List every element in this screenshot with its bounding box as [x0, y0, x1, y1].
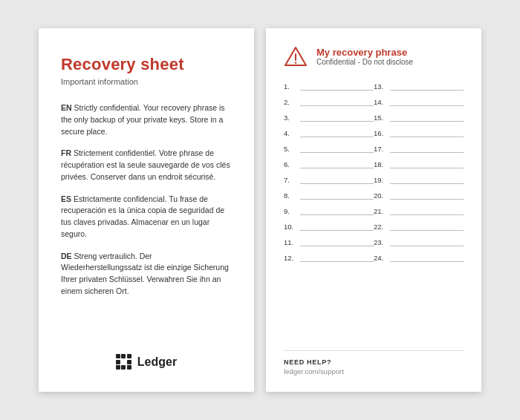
word-line: [300, 160, 374, 168]
lang-code-fr: FR: [61, 148, 71, 157]
word-number: 8.: [284, 191, 299, 200]
word-line: [300, 113, 374, 122]
lang-code-en: EN: [61, 103, 72, 112]
word-number: 4.: [284, 129, 299, 137]
word-number: 12.: [284, 254, 299, 262]
word-number: 19.: [374, 176, 389, 184]
logo-cell: [121, 354, 126, 358]
word-number: 3.: [284, 114, 299, 122]
word-item: 19.: [374, 175, 464, 186]
word-line: [390, 113, 464, 122]
word-line: [390, 206, 464, 215]
word-item: 20.: [374, 191, 464, 201]
word-number: 16.: [374, 129, 389, 137]
word-number: 17.: [374, 145, 389, 153]
word-number: 6.: [284, 160, 299, 168]
important-info-label: Important information: [61, 77, 232, 86]
word-number: 9.: [284, 207, 299, 215]
word-number: 11.: [284, 238, 299, 246]
word-number: 21.: [374, 207, 389, 215]
word-item: 24.: [374, 253, 464, 263]
word-line: [390, 128, 464, 137]
recovery-sheet-title: Recovery sheet: [61, 55, 232, 74]
word-item: 7.: [284, 175, 374, 186]
word-item: 11.: [284, 237, 374, 248]
left-page: Recovery sheet Important information EN …: [39, 28, 254, 392]
word-number: 10.: [284, 223, 299, 231]
logo-cell: [127, 354, 131, 358]
ledger-brand: Ledger: [61, 354, 232, 370]
word-line: [300, 222, 374, 231]
word-column-left: 1. 2. 3. 4. 5.: [284, 82, 374, 340]
logo-cell: [116, 354, 120, 358]
logo-cell: [116, 360, 120, 364]
logo-cell: [121, 360, 126, 364]
lang-text-de: Streng vertraulich. Der Wiederherstellun…: [61, 252, 229, 295]
lang-text-en: Strictly confidential. Your recovery phr…: [61, 103, 225, 136]
lang-block-es: ES Estrictamente confidencial. Tu frase …: [61, 194, 232, 240]
word-item: 18.: [374, 160, 464, 170]
ledger-name-label: Ledger: [137, 355, 177, 369]
word-line: [300, 253, 374, 262]
word-item: 10.: [284, 222, 374, 232]
word-item: 12.: [284, 253, 374, 263]
word-number: 15.: [374, 114, 389, 122]
svg-point-2: [295, 62, 296, 63]
word-line: [300, 175, 374, 184]
word-line: [300, 237, 374, 246]
warning-icon: [284, 45, 308, 68]
word-item: 3.: [284, 113, 374, 123]
word-line: [300, 97, 374, 106]
word-item: 8.: [284, 191, 374, 201]
word-line: [300, 128, 374, 137]
word-item: 6.: [284, 160, 374, 170]
word-number: 23.: [374, 238, 389, 246]
word-item: 16.: [374, 128, 464, 139]
lang-block-fr: FR Strictement confidentiel. Votre phras…: [61, 148, 232, 183]
word-line: [390, 191, 464, 200]
word-item: 23.: [374, 237, 464, 248]
right-page: My recovery phrase Confidential - Do not…: [266, 28, 481, 392]
right-header-text: My recovery phrase Confidential - Do not…: [316, 47, 413, 66]
need-help-label: NEED HELP?: [284, 358, 464, 366]
word-line: [300, 144, 374, 153]
word-number: 20.: [374, 191, 389, 200]
word-number: 5.: [284, 145, 299, 153]
word-item: 17.: [374, 144, 464, 154]
word-number: 7.: [284, 176, 299, 184]
confidential-text: Confidential - Do not disclose: [316, 58, 413, 66]
lang-code-es: ES: [61, 194, 71, 203]
word-item: 5.: [284, 144, 374, 154]
logo-cell: [121, 365, 126, 370]
right-footer: NEED HELP? ledger.com/support: [284, 350, 464, 375]
logo-cell: [127, 365, 131, 370]
word-grid: 1. 2. 3. 4. 5.: [284, 82, 464, 340]
word-item: 14.: [374, 97, 464, 108]
support-link: ledger.com/support: [284, 367, 464, 375]
word-line: [390, 222, 464, 231]
word-number: 14.: [374, 98, 389, 106]
logo-cell: [116, 365, 120, 370]
word-line: [390, 82, 464, 91]
lang-block-en: EN Strictly confidential. Your recovery …: [61, 102, 232, 137]
my-recovery-title: My recovery phrase: [316, 47, 413, 58]
lang-text-fr: Strictement confidentiel. Votre phrase d…: [61, 148, 230, 181]
lang-code-de: DE: [61, 252, 72, 260]
word-line: [300, 191, 374, 200]
lang-text-es: Estrictamente confidencial. Tu frase de …: [61, 194, 224, 238]
word-item: 22.: [374, 222, 464, 232]
lang-block-de: DE Streng vertraulich. Der Wiederherstel…: [61, 251, 232, 298]
word-item: 2.: [284, 97, 374, 108]
word-item: 13.: [374, 82, 464, 92]
word-line: [390, 160, 464, 168]
word-number: 22.: [374, 223, 389, 231]
word-item: 15.: [374, 113, 464, 123]
word-line: [390, 237, 464, 246]
word-line: [300, 82, 374, 91]
word-number: 2.: [284, 98, 299, 106]
word-column-right: 13. 14. 15. 16. 17.: [374, 82, 464, 340]
word-item: 1.: [284, 82, 374, 92]
word-line: [300, 206, 374, 215]
logo-cell: [127, 360, 131, 364]
word-item: 4.: [284, 128, 374, 139]
